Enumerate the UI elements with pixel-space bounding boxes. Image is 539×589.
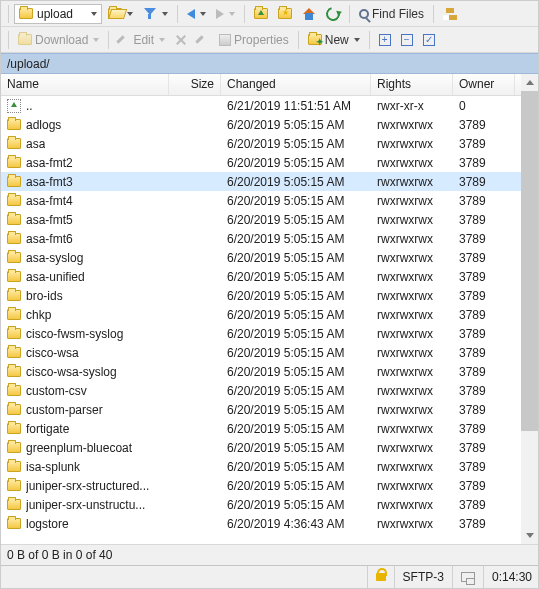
find-files-button[interactable]: Find Files (355, 5, 428, 23)
table-row[interactable]: greenplum-bluecoat6/20/2019 5:05:15 AMrw… (1, 438, 521, 457)
table-row[interactable]: bro-ids6/20/2019 5:05:15 AMrwxrwxrwx3789 (1, 286, 521, 305)
properties-label: Properties (234, 33, 289, 47)
expand-button[interactable] (375, 32, 395, 48)
file-rights: rwxrwxrwx (371, 115, 453, 135)
table-row[interactable]: asa-unified6/20/2019 5:05:15 AMrwxrwxrwx… (1, 267, 521, 286)
file-rights: rwxrwxrwx (371, 476, 453, 496)
file-changed: 6/20/2019 5:05:15 AM (221, 343, 371, 363)
open-folder-button[interactable] (104, 6, 137, 21)
file-rights: rwxrwxrwx (371, 305, 453, 325)
column-header-changed[interactable]: Changed (221, 74, 371, 95)
table-row[interactable]: asa-fmt66/20/2019 5:05:15 AMrwxrwxrwx378… (1, 229, 521, 248)
file-rights: rwxrwxrwx (371, 419, 453, 439)
file-changed: 6/20/2019 5:05:15 AM (221, 362, 371, 382)
download-button[interactable]: Download (14, 31, 103, 49)
column-header-size[interactable]: Size (169, 74, 221, 95)
table-row[interactable]: asa6/20/2019 5:05:15 AMrwxrwxrwx3789 (1, 134, 521, 153)
file-rights: rwxrwxrwx (371, 229, 453, 249)
file-size (169, 502, 221, 508)
table-row[interactable]: asa-fmt46/20/2019 5:05:15 AMrwxrwxrwx378… (1, 191, 521, 210)
file-owner: 3789 (453, 191, 515, 211)
properties-button[interactable]: Properties (215, 31, 293, 49)
protocol-label: SFTP-3 (403, 570, 444, 584)
status-bar: 0 B of 0 B in 0 of 40 (1, 544, 538, 565)
table-row[interactable]: logstore6/20/2019 4:36:43 AMrwxrwxrwx378… (1, 514, 521, 533)
file-list: Name Size Changed Rights Owner ..6/21/20… (1, 74, 521, 544)
encryption-status[interactable] (367, 566, 386, 588)
scroll-down-button[interactable] (521, 527, 538, 544)
scroll-thumb[interactable] (521, 91, 538, 431)
column-header-owner[interactable]: Owner (453, 74, 515, 95)
scroll-track[interactable] (521, 91, 538, 527)
file-name: chkp (26, 308, 51, 322)
folder-icon (7, 214, 21, 225)
table-row[interactable]: asa-fmt56/20/2019 5:05:15 AMrwxrwxrwx378… (1, 210, 521, 229)
scrollbar[interactable] (521, 74, 538, 544)
table-row[interactable]: juniper-srx-structured...6/20/2019 5:05:… (1, 476, 521, 495)
filter-button[interactable] (139, 5, 172, 23)
new-button[interactable]: ✦ New (304, 31, 364, 49)
file-rights: rwxrwxrwx (371, 248, 453, 268)
file-owner: 3789 (453, 495, 515, 515)
file-changed: 6/20/2019 5:05:15 AM (221, 134, 371, 154)
file-rights: rwxrwxrwx (371, 324, 453, 344)
parent-dir-button[interactable] (250, 6, 272, 21)
table-row[interactable]: juniper-srx-unstructu...6/20/2019 5:05:1… (1, 495, 521, 514)
file-name: asa-fmt2 (26, 156, 73, 170)
sync-browse-button[interactable] (439, 5, 461, 23)
file-rights: rwxrwxrwx (371, 495, 453, 515)
file-size (169, 331, 221, 337)
table-row[interactable]: custom-parser6/20/2019 5:05:15 AMrwxrwxr… (1, 400, 521, 419)
table-row[interactable]: isa-splunk6/20/2019 5:05:15 AMrwxrwxrwx3… (1, 457, 521, 476)
table-row[interactable]: chkp6/20/2019 5:05:15 AMrwxrwxrwx3789 (1, 305, 521, 324)
column-header-rights[interactable]: Rights (371, 74, 453, 95)
file-size (169, 255, 221, 261)
folder-icon (7, 138, 21, 149)
new-label: New (325, 33, 349, 47)
select-all-button[interactable] (419, 32, 439, 48)
table-row[interactable]: cisco-wsa6/20/2019 5:05:15 AMrwxrwxrwx37… (1, 343, 521, 362)
table-row[interactable]: ..6/21/2019 11:51:51 AMrwxr-xr-x0 (1, 96, 521, 115)
file-owner: 3789 (453, 419, 515, 439)
file-owner: 3789 (453, 381, 515, 401)
rename-button[interactable] (193, 32, 213, 48)
table-row[interactable]: custom-csv6/20/2019 5:05:15 AMrwxrwxrwx3… (1, 381, 521, 400)
file-name: asa-fmt4 (26, 194, 73, 208)
scroll-up-button[interactable] (521, 74, 538, 91)
forward-button[interactable] (212, 7, 239, 21)
connection-status[interactable] (452, 566, 475, 588)
refresh-button[interactable] (322, 5, 344, 23)
new-folder-icon: ✦ (308, 34, 322, 45)
file-name: juniper-srx-unstructu... (26, 498, 145, 512)
breadcrumb[interactable]: /upload/ (1, 53, 538, 74)
home-button[interactable] (298, 6, 320, 22)
table-row[interactable]: asa-fmt36/20/2019 5:05:15 AMrwxrwxrwx378… (1, 172, 521, 191)
root-dir-button[interactable] (274, 6, 296, 21)
file-name: custom-parser (26, 403, 103, 417)
file-size (169, 388, 221, 394)
file-size (169, 369, 221, 375)
path-text: /upload/ (7, 57, 50, 71)
table-row[interactable]: asa-syslog6/20/2019 5:05:15 AMrwxrwxrwx3… (1, 248, 521, 267)
column-header-name[interactable]: Name (1, 74, 169, 95)
file-rights: rwxrwxrwx (371, 362, 453, 382)
table-row[interactable]: adlogs6/20/2019 5:05:15 AMrwxrwxrwx3789 (1, 115, 521, 134)
folder-combo-label: upload (37, 7, 85, 21)
folder-icon (7, 309, 21, 320)
delete-button[interactable] (171, 32, 191, 48)
table-row[interactable]: cisco-wsa-syslog6/20/2019 5:05:15 AMrwxr… (1, 362, 521, 381)
separator (369, 31, 370, 49)
collapse-button[interactable] (397, 32, 417, 48)
home-icon (302, 8, 316, 20)
table-row[interactable]: fortigate6/20/2019 5:05:15 AMrwxrwxrwx37… (1, 419, 521, 438)
folder-icon (7, 271, 21, 282)
folder-combo[interactable]: upload (14, 4, 102, 24)
edit-button[interactable]: Edit (114, 31, 169, 49)
table-row[interactable]: asa-fmt26/20/2019 5:05:15 AMrwxrwxrwx378… (1, 153, 521, 172)
table-row[interactable]: cisco-fwsm-syslog6/20/2019 5:05:15 AMrwx… (1, 324, 521, 343)
file-size (169, 521, 221, 527)
file-owner: 3789 (453, 286, 515, 306)
file-name: fortigate (26, 422, 69, 436)
file-owner: 3789 (453, 172, 515, 192)
back-button[interactable] (183, 7, 210, 21)
